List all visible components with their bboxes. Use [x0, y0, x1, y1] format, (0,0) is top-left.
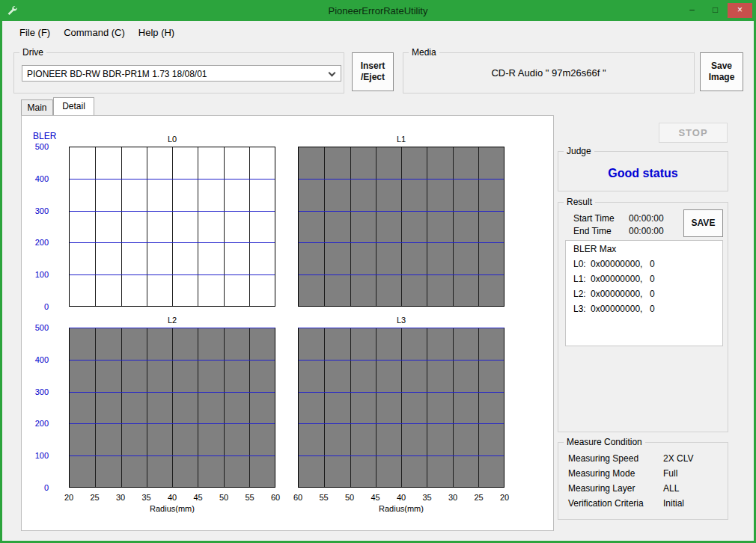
- client-area: File (F) Command (C) Help (H) Drive PION…: [2, 21, 754, 541]
- chart-panel: BLER 5004003002001000 5004003002001000 L…: [21, 115, 554, 531]
- y-axis-bottom: 5004003002001000: [22, 328, 55, 488]
- bler-max-panel: BLER Max L0: 0x00000000, 0 L1: 0x0000000…: [565, 240, 723, 346]
- judge-group-label: Judge: [564, 146, 594, 156]
- chart-plot-l0: [69, 147, 275, 307]
- titlebar: PioneerErrorRateUtility – □ ×: [0, 0, 756, 21]
- save-button[interactable]: SAVE: [683, 209, 723, 237]
- end-time-label: End Time: [573, 226, 612, 236]
- bler-l0-label: L0:: [573, 259, 586, 269]
- window-title: PioneerErrorRateUtility: [0, 5, 756, 16]
- chart-plot-l2: [69, 328, 275, 488]
- verification-criteria-label: Verification Criteria: [568, 498, 644, 509]
- verification-criteria-value: Initial: [663, 498, 684, 509]
- measuring-speed-value: 2X CLV: [663, 453, 693, 464]
- menu-item-file[interactable]: File (F): [13, 24, 57, 41]
- bler-l2-label: L2:: [573, 289, 586, 299]
- insert-eject-label-line1: Insert: [361, 61, 385, 72]
- drive-select-value: PIONEER BD-RW BDR-PR1M 1.73 18/08/01: [27, 69, 207, 79]
- tab-main[interactable]: Main: [21, 99, 53, 115]
- end-time-value: 00:00:00: [629, 226, 664, 236]
- bler-l1-label: L1:: [573, 274, 586, 284]
- close-button[interactable]: ×: [728, 3, 752, 18]
- save-image-label-line1: Save: [711, 61, 732, 72]
- minimize-button[interactable]: –: [681, 3, 703, 18]
- x-axis-l2: 202530354045505560: [69, 493, 275, 502]
- bler-axis-label: BLER: [33, 131, 56, 141]
- measuring-mode-value: Full: [663, 468, 677, 479]
- app-window: PioneerErrorRateUtility – □ × File (F) C…: [0, 0, 756, 543]
- bler-l0-hex: 0x00000000,: [591, 259, 642, 269]
- x-axis-title-l3: Radius(mm): [298, 504, 504, 513]
- chart-title-l0: L0: [69, 135, 275, 144]
- save-image-button[interactable]: Save Image: [700, 52, 743, 91]
- start-time-label: Start Time: [573, 213, 615, 224]
- measuring-mode-label: Measuring Mode: [568, 468, 635, 479]
- chart-title-l1: L1: [298, 135, 504, 144]
- stop-button[interactable]: STOP: [659, 123, 728, 143]
- chevron-down-icon: [329, 70, 336, 77]
- bler-l1-hex: 0x00000000,: [591, 274, 642, 284]
- tab-detail[interactable]: Detail: [53, 97, 94, 115]
- bler-l1-value: 0: [650, 274, 655, 284]
- x-axis-l3: 605550454035302520: [298, 493, 504, 502]
- insert-eject-button[interactable]: Insert /Eject: [352, 52, 394, 91]
- media-group: Media CD-R Audio " 97m26s66f ": [403, 52, 695, 93]
- drive-group-label: Drive: [19, 47, 46, 58]
- maximize-button[interactable]: □: [704, 3, 726, 18]
- drive-group: Drive PIONEER BD-RW BDR-PR1M 1.73 18/08/…: [13, 52, 344, 93]
- bler-l2-value: 0: [650, 289, 655, 299]
- bler-max-label: BLER Max: [573, 244, 616, 254]
- bler-l3-value: 0: [650, 304, 655, 314]
- start-time-value: 00:00:00: [629, 213, 664, 224]
- window-controls: – □ ×: [680, 3, 752, 18]
- menu-item-help[interactable]: Help (H): [132, 24, 181, 41]
- menu-item-command[interactable]: Command (C): [57, 24, 132, 41]
- x-axis-title-l2: Radius(mm): [69, 504, 275, 513]
- judge-status: Good status: [558, 167, 728, 180]
- bler-l3-label: L3:: [573, 304, 586, 314]
- bler-l0-value: 0: [650, 259, 655, 269]
- judge-group: Judge Good status: [558, 151, 728, 191]
- insert-eject-label-line2: /Eject: [361, 72, 385, 83]
- bler-l3-hex: 0x00000000,: [591, 304, 642, 314]
- save-image-label-line2: Image: [709, 72, 735, 83]
- result-group-label: Result: [564, 197, 595, 207]
- chart-title-l3: L3: [298, 316, 504, 325]
- chart-plot-l1: [298, 147, 504, 307]
- y-axis-top: 5004003002001000: [22, 147, 55, 307]
- chart-title-l2: L2: [69, 316, 275, 325]
- measuring-layer-value: ALL: [663, 483, 679, 494]
- measuring-layer-label: Measuring Layer: [568, 483, 635, 494]
- result-group: Result Start Time 00:00:00 End Time 00:0…: [558, 202, 728, 432]
- measure-group-label: Measure Condition: [564, 437, 645, 447]
- menubar: File (F) Command (C) Help (H): [2, 21, 754, 43]
- media-value: CD-R Audio " 97m26s66f ": [403, 67, 694, 79]
- chart-plot-l3: [298, 328, 504, 488]
- bler-l2-hex: 0x00000000,: [591, 289, 642, 299]
- media-group-label: Media: [409, 47, 439, 58]
- measuring-speed-label: Measuring Speed: [568, 453, 638, 464]
- measure-condition-group: Measure Condition Measuring Speed 2X CLV…: [558, 442, 728, 520]
- drive-select[interactable]: PIONEER BD-RW BDR-PR1M 1.73 18/08/01: [22, 65, 341, 82]
